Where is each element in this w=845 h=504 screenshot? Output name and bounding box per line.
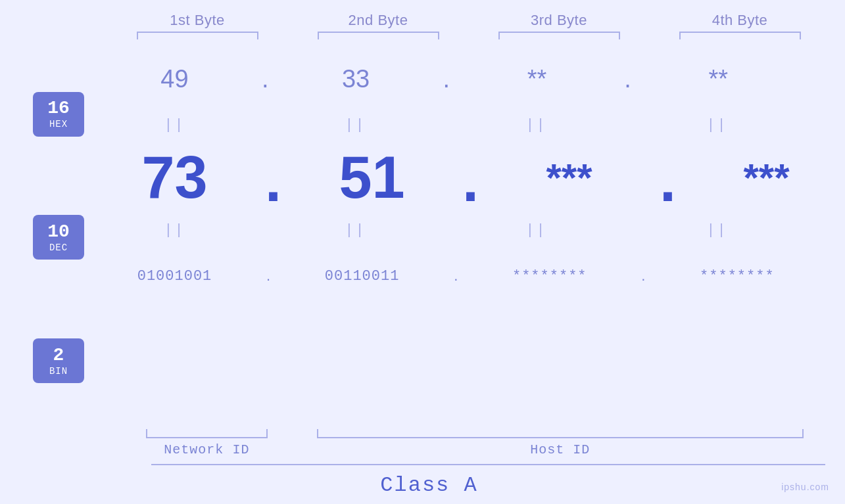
dot-bin-3: .: [641, 267, 645, 285]
class-label: Class A: [380, 473, 477, 497]
equals-sym-2: ||: [345, 117, 366, 133]
hex-num: 16: [47, 99, 70, 119]
network-bracket-wrap: [118, 429, 295, 438]
dec-num: 10: [47, 222, 70, 242]
hex-cell-3: **: [447, 65, 627, 93]
host-label-wrap: Host ID: [295, 442, 825, 457]
bin-base: BIN: [49, 366, 68, 377]
host-id-label: Host ID: [530, 442, 590, 457]
bin-cell-1: 01001001: [84, 268, 265, 285]
equals-sym-4: ||: [706, 117, 727, 133]
class-row: Class A: [33, 473, 825, 497]
hex-row: 49 . 33 . ** . **: [84, 46, 845, 112]
dec-val-1: 73: [141, 144, 207, 212]
dec-val-2: 51: [339, 144, 404, 212]
bin-cell-3: ********: [459, 268, 640, 285]
equals-cell-8: ||: [627, 222, 808, 239]
equals-cell-2: ||: [265, 117, 446, 133]
hex-val-1: 49: [160, 65, 188, 93]
top-brackets: [0, 32, 845, 39]
equals-sym-8: ||: [706, 222, 727, 239]
bottom-brackets: [33, 429, 825, 438]
hex-badge: 16 HEX: [33, 92, 84, 137]
equals-sym-5: ||: [164, 222, 185, 239]
equals-row-1: || || || ||: [84, 112, 845, 138]
values-column: 49 . 33 . ** . ** ||: [84, 46, 845, 429]
dec-val-3: ***: [546, 155, 592, 200]
bin-val-1: 01001001: [137, 268, 212, 285]
equals-sym-1: ||: [164, 117, 185, 133]
dec-val-4: ***: [744, 155, 790, 200]
bracket-line-2: [318, 32, 439, 39]
network-id-label: Network ID: [164, 442, 249, 457]
dec-cell-3: ***: [479, 155, 660, 200]
equals-cell-1: ||: [84, 117, 265, 133]
network-label-wrap: Network ID: [118, 442, 295, 457]
host-bracket: [317, 429, 804, 438]
bracket-line-4: [679, 32, 801, 39]
dot-dec-3: .: [660, 151, 676, 210]
class-line: [151, 464, 825, 465]
bracket2: [288, 32, 469, 39]
network-bracket: [146, 429, 268, 438]
bottom-labels: Network ID Host ID: [33, 442, 825, 457]
dot-bin-1: .: [266, 267, 270, 285]
hex-val-3: **: [527, 65, 547, 93]
equals-sym-3: ||: [525, 117, 546, 133]
host-bracket-wrap: [295, 429, 825, 438]
dot-bin-2: .: [454, 267, 458, 285]
hex-val-4: **: [708, 65, 728, 93]
equals-cell-7: ||: [446, 222, 627, 239]
bracket1: [107, 32, 288, 39]
bin-cell-4: ********: [646, 268, 827, 285]
dot-dec-2: .: [462, 151, 479, 210]
dot-dec-1: .: [265, 151, 281, 210]
bin-cell-2: 00110011: [272, 268, 452, 285]
byte4-header: 4th Byte: [650, 12, 831, 29]
labels-column: 16 HEX 10 DEC 2 BIN: [33, 46, 84, 429]
content-area: 16 HEX 10 DEC 2 BIN 49 . 33: [0, 46, 845, 429]
bracket3: [469, 32, 650, 39]
dec-cell-2: 51: [281, 144, 462, 212]
bracket-line-1: [137, 32, 258, 39]
watermark: ipshu.com: [781, 482, 829, 492]
bin-num: 2: [53, 346, 64, 366]
bracket-line-3: [498, 32, 620, 39]
hex-cell-2: 33: [266, 65, 447, 93]
bin-val-4: ********: [700, 268, 775, 285]
bin-val-2: 00110011: [325, 268, 400, 285]
bracket4: [650, 32, 831, 39]
hex-val-2: 33: [342, 65, 370, 93]
bin-badge: 2 BIN: [33, 338, 84, 383]
byte3-header: 3rd Byte: [469, 12, 650, 29]
bin-val-3: ********: [512, 268, 587, 285]
byte1-header: 1st Byte: [107, 12, 288, 29]
equals-cell-4: ||: [627, 117, 808, 133]
bin-row: 01001001 . 00110011 . ******** . *******…: [84, 243, 845, 309]
dec-row: 73 . 51 . *** . ***: [84, 138, 845, 217]
dec-base: DEC: [49, 242, 68, 253]
equals-cell-3: ||: [446, 117, 627, 133]
dec-badge: 10 DEC: [33, 215, 84, 260]
equals-cell-5: ||: [84, 222, 265, 239]
byte2-header: 2nd Byte: [288, 12, 469, 29]
equals-cell-6: ||: [265, 222, 446, 239]
equals-sym-6: ||: [345, 222, 366, 239]
hex-base: HEX: [49, 119, 68, 129]
bottom-area: Network ID Host ID Class A: [0, 429, 845, 497]
equals-sym-7: ||: [525, 222, 546, 239]
equals-row-2: || || || ||: [84, 217, 845, 243]
byte-headers: 1st Byte 2nd Byte 3rd Byte 4th Byte: [0, 12, 845, 29]
dec-cell-4: ***: [676, 155, 845, 200]
hex-cell-1: 49: [84, 65, 265, 93]
hex-cell-4: **: [628, 65, 809, 93]
dec-cell-1: 73: [84, 144, 265, 212]
main-container: 1st Byte 2nd Byte 3rd Byte 4th Byte 16 H…: [0, 0, 845, 504]
